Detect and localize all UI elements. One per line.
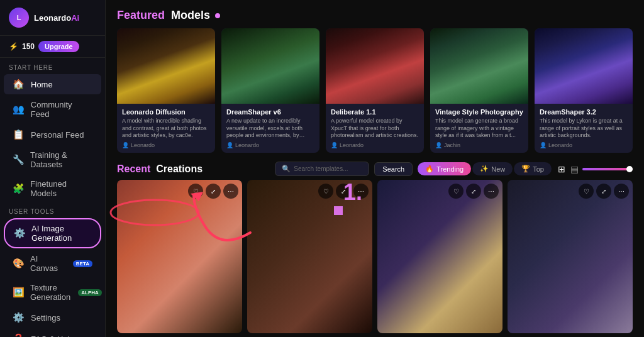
- sidebar-item-ai-image[interactable]: ⚙️ AI Image Generation: [4, 218, 101, 248]
- grid-view-button[interactable]: ⊞: [557, 163, 567, 175]
- featured-title: Featured Models: [117, 9, 633, 22]
- sidebar-item-settings[interactable]: ⚙️ Settings: [4, 307, 101, 328]
- model-card-info-0: Leonardo Diffusion A model with incredib…: [117, 104, 215, 153]
- top-icon: 🏆: [521, 165, 530, 173]
- upgrade-button[interactable]: Upgrade: [38, 41, 79, 52]
- tab-new[interactable]: ✨ New: [472, 162, 513, 175]
- sidebar-item-finetuned[interactable]: 🧩 Finetuned Models: [4, 175, 101, 202]
- image-overlay-3: ♡ ⤢ ⋯: [579, 184, 629, 199]
- model-card-4[interactable]: DreamShaper 3.2 This model by Lykon is g…: [535, 28, 633, 153]
- tab-trending[interactable]: 🔥 Trending: [418, 162, 471, 175]
- model-card-name-0: Leonardo Diffusion: [122, 108, 210, 116]
- model-card-image-1: [221, 28, 319, 104]
- model-card-name-2: Deliberate 1.1: [331, 108, 419, 116]
- tab-group: 🔥 Trending ✨ New 🏆 Top: [418, 162, 552, 175]
- search-button[interactable]: Search: [374, 162, 413, 176]
- more-button-3[interactable]: ⋯: [614, 184, 629, 199]
- model-card-name-3: Vintage Style Photography: [435, 108, 523, 116]
- logo-text: LeonardoAi: [34, 13, 79, 23]
- image-card-2[interactable]: ♡ ⤢ ⋯: [377, 180, 502, 333]
- model-card-desc-3: This model can generate a broad range of…: [435, 118, 523, 140]
- image-card-1[interactable]: ♡ ⤢ ⋯: [247, 180, 372, 333]
- model-card-3[interactable]: Vintage Style Photography This model can…: [430, 28, 528, 153]
- image-2: [377, 180, 502, 333]
- image-1: [247, 180, 372, 333]
- model-card-2[interactable]: Deliberate 1.1 A powerful model created …: [326, 28, 424, 153]
- sidebar-logo: L LeonardoAi: [0, 0, 105, 36]
- sidebar-item-texture[interactable]: 🖼️ Texture Generation ALPHA: [4, 279, 101, 306]
- model-card-name-1: DreamShaper v6: [226, 108, 314, 116]
- sidebar-item-personal-feed[interactable]: 📋 Personal Feed: [4, 124, 101, 145]
- alpha-badge: ALPHA: [78, 289, 102, 296]
- model-card-name-4: DreamShaper 3.2: [540, 108, 628, 116]
- personal-icon: 📋: [13, 129, 25, 140]
- image-card-0[interactable]: ♡ ⤢ ⋯: [117, 180, 242, 333]
- model-card-1[interactable]: DreamShaper v6 A new update to an incred…: [221, 28, 319, 153]
- model-card-image-0: [117, 28, 215, 104]
- sidebar-item-label: Finetuned Models: [30, 179, 92, 198]
- recent-header: Recent Creations 🔍 Search templates... S…: [117, 162, 633, 176]
- model-card-info-1: DreamShaper v6 A new update to an incred…: [221, 104, 319, 153]
- list-view-button[interactable]: ▤: [569, 163, 580, 175]
- sidebar-item-label: Community Feed: [31, 100, 92, 119]
- beta-badge: BETA: [73, 260, 92, 267]
- more-button-0[interactable]: ⋯: [223, 184, 238, 199]
- model-card-author-3: 👤 Jachin: [435, 142, 523, 148]
- featured-title-text: Featured Models: [117, 9, 210, 22]
- model-card-info-3: Vintage Style Photography This model can…: [430, 104, 528, 153]
- tab-top[interactable]: 🏆 Top: [514, 162, 552, 175]
- model-card-0[interactable]: Leonardo Diffusion A model with incredib…: [117, 28, 215, 153]
- recent-section: Recent Creations 🔍 Search templates... S…: [106, 158, 644, 337]
- model-card-author-2: 👤 Leonardo: [331, 142, 419, 148]
- sidebar-item-ai-canvas[interactable]: 🎨 AI Canvas BETA: [4, 250, 101, 277]
- author-icon-0: 👤: [122, 142, 129, 148]
- sidebar-item-community-feed[interactable]: 👥 Community Feed: [4, 96, 101, 123]
- token-count: 150: [22, 42, 35, 51]
- expand-button-0[interactable]: ⤢: [206, 184, 221, 199]
- more-button-2[interactable]: ⋯: [484, 184, 499, 199]
- like-button-3[interactable]: ♡: [579, 184, 594, 199]
- featured-grid: Leonardo Diffusion A model with incredib…: [117, 28, 633, 153]
- texture-icon: 🖼️: [13, 287, 24, 298]
- faq-icon: ❓: [13, 333, 25, 337]
- finetuned-icon: 🧩: [13, 183, 24, 194]
- new-icon: ✨: [480, 165, 489, 173]
- main-content: Featured Models Leonardo Diffusion A mod…: [106, 0, 644, 337]
- expand-button-2[interactable]: ⤢: [466, 184, 481, 199]
- image-overlay-0: ♡ ⤢ ⋯: [188, 184, 238, 199]
- sidebar-item-label: Personal Feed: [31, 130, 84, 140]
- like-button-1[interactable]: ♡: [318, 184, 333, 199]
- sidebar-item-label: Home: [31, 80, 53, 89]
- size-slider[interactable]: [582, 168, 633, 170]
- sidebar-item-training[interactable]: 🔧 Training & Datasets: [4, 146, 101, 174]
- model-card-author-0: 👤 Leonardo: [122, 142, 210, 148]
- sidebar-item-label: Settings: [31, 313, 60, 323]
- search-bar[interactable]: 🔍 Search templates...: [275, 162, 369, 176]
- token-bar: ⚡ 150 Upgrade: [0, 36, 105, 58]
- section-label-start-here: Start Here: [0, 58, 105, 74]
- expand-button-1[interactable]: ⤢: [336, 184, 351, 199]
- author-icon-4: 👤: [540, 142, 547, 148]
- search-icon: 🔍: [282, 165, 291, 173]
- more-button-1[interactable]: ⋯: [353, 184, 369, 199]
- search-placeholder: Search templates...: [294, 165, 348, 172]
- author-icon-1: 👤: [226, 142, 233, 148]
- recent-highlight: Recent: [117, 163, 150, 174]
- settings-icon: ⚙️: [13, 312, 25, 323]
- canvas-icon: 🎨: [13, 258, 24, 269]
- sidebar-item-home[interactable]: 🏠 Home: [4, 74, 101, 94]
- model-card-desc-0: A model with incredible shading and cont…: [122, 118, 210, 140]
- image-card-3[interactable]: ♡ ⤢ ⋯: [508, 180, 633, 333]
- training-icon: 🔧: [13, 154, 24, 165]
- image-0: [117, 180, 242, 333]
- like-button-2[interactable]: ♡: [448, 184, 464, 199]
- trending-icon: 🔥: [425, 165, 434, 173]
- ai-image-icon: ⚙️: [14, 228, 25, 239]
- expand-button-3[interactable]: ⤢: [596, 184, 611, 199]
- like-button-0[interactable]: ♡: [188, 184, 203, 199]
- dot-indicator: [215, 13, 220, 18]
- sidebar-item-faq[interactable]: ❓ FAQ & Help: [4, 329, 101, 337]
- sidebar-item-label: AI Canvas: [30, 254, 65, 273]
- sidebar-item-label: Training & Datasets: [30, 150, 92, 169]
- model-card-author-4: 👤 Leonardo: [540, 142, 628, 148]
